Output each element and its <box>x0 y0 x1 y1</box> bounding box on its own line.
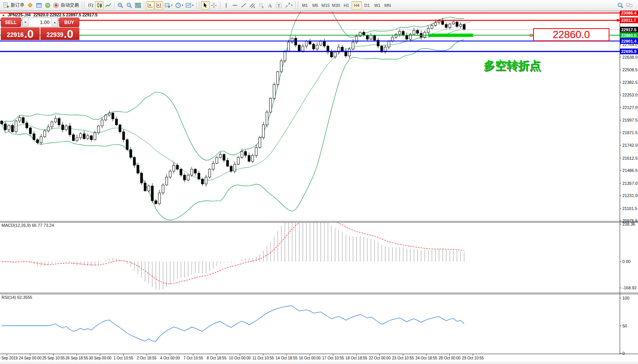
buy-price-pips: .0 <box>64 28 73 40</box>
vertical-line-button[interactable] <box>222 1 231 10</box>
toolbar-group-objects: ▾ ▾ ▾ <box>163 1 195 10</box>
chart-canvas[interactable]: 22764.022638.022508.522382.522253.022127… <box>0 0 638 364</box>
text-button[interactable]: A <box>266 1 275 10</box>
toolbar-group-trade: 新订单 自动交易 <box>2 1 80 10</box>
svg-text:14 Oct 18:55: 14 Oct 18:55 <box>276 356 298 360</box>
new-order-button[interactable]: 新订单 <box>2 1 26 10</box>
volume-decrease-button[interactable]: ▼ <box>22 18 29 27</box>
dropdown-caret[interactable]: ▾ <box>171 4 173 7</box>
fibonacci-button[interactable]: F <box>257 1 266 10</box>
svg-text:25 Sep 10:55: 25 Sep 10:55 <box>42 356 65 360</box>
timeframe-m30[interactable]: M30 <box>331 1 341 10</box>
svg-text:18 Oct 18:55: 18 Oct 18:55 <box>346 356 368 360</box>
text-label-icon: T <box>276 2 282 8</box>
svg-text:238.36: 238.36 <box>622 222 635 226</box>
equidistant-channel-button[interactable]: E <box>248 1 257 10</box>
candlestick-chart-button[interactable] <box>95 1 104 10</box>
zoom-out-button[interactable] <box>125 1 133 10</box>
macd-label: MACD(12,26,9) 66.77 73.24 <box>2 223 54 228</box>
signal-icon <box>45 2 51 8</box>
svg-text:17 Oct 10:55: 17 Oct 10:55 <box>322 356 344 360</box>
timeframe-label: M30 <box>332 3 340 8</box>
bar-chart-button[interactable] <box>86 1 95 10</box>
toolbar-group-chart-type <box>86 1 112 10</box>
timeframe-h1[interactable]: H1 <box>341 1 352 10</box>
search-button[interactable] <box>616 1 625 10</box>
svg-text:30 Sep 00:00: 30 Sep 00:00 <box>89 356 112 360</box>
zoom-in-icon <box>117 2 124 8</box>
arrows-button[interactable]: ▾ <box>283 1 294 10</box>
timeframe-label: M5 <box>312 3 318 8</box>
dropdown-caret[interactable]: ▾ <box>182 4 183 7</box>
vertical-line-icon <box>223 2 229 8</box>
tile-windows-button[interactable] <box>133 1 142 10</box>
toolbar-group-timeframes: M1 M5 M15 M30 H1 H4 D1 W1 MN <box>300 1 393 10</box>
line-chart-button[interactable] <box>104 1 112 10</box>
timeframe-label: M15 <box>321 3 329 8</box>
price-callout[interactable]: 22860.0 <box>533 28 609 41</box>
timeframe-m15[interactable]: M15 <box>320 1 331 10</box>
chart-window-icon <box>36 2 42 8</box>
dropdown-caret[interactable]: ▾ <box>291 4 293 7</box>
svg-text:E: E <box>254 6 255 8</box>
timeframe-m1[interactable]: M1 <box>300 1 310 10</box>
highlighter-button[interactable] <box>26 1 34 10</box>
periods-button[interactable]: ▾ <box>174 1 185 10</box>
svg-text:0: 0 <box>622 351 625 356</box>
crosshair-button[interactable] <box>210 1 219 10</box>
timeframe-w1[interactable]: W1 <box>372 1 382 10</box>
sell-price-pips: .0 <box>24 28 34 40</box>
dropdown-caret[interactable]: ▾ <box>192 4 194 7</box>
buy-price-main: 22939 <box>47 30 64 40</box>
sell-price-display[interactable]: 22916 .0 <box>1 27 40 40</box>
toolbar-separator <box>220 2 220 9</box>
timeframe-mn[interactable]: MN <box>382 1 393 10</box>
templates-button[interactable]: ▾ <box>184 1 195 10</box>
buy-price-display[interactable]: 22939 .0 <box>40 27 79 40</box>
svg-text:22860.0: 22860.0 <box>621 33 636 38</box>
collapse-icon[interactable]: ▲ <box>2 13 5 17</box>
svg-text:1 Oct 10:55: 1 Oct 10:55 <box>114 356 133 360</box>
svg-text:7 Oct 10:55: 7 Oct 10:55 <box>183 356 203 360</box>
indicators-button[interactable]: ▾ <box>163 1 174 10</box>
chart-window-button[interactable] <box>34 1 43 10</box>
svg-text:21486.5: 21486.5 <box>622 168 638 173</box>
auto-scroll-button[interactable] <box>146 1 154 10</box>
horizontal-line-button[interactable] <box>231 1 239 10</box>
timeframe-h4[interactable]: H4 <box>352 1 362 10</box>
cursor-button[interactable] <box>201 1 210 10</box>
svg-text:23086.4: 23086.4 <box>621 11 637 15</box>
chat-button[interactable] <box>625 1 634 10</box>
svg-text:22508.5: 22508.5 <box>622 67 638 72</box>
buy-button[interactable]: BUY <box>59 18 79 27</box>
text-label-button[interactable]: T <box>275 1 283 10</box>
toolbar-grip <box>297 2 298 9</box>
timeframe-m5[interactable]: M5 <box>310 1 320 10</box>
bar-chart-icon <box>88 2 94 8</box>
turning-point-note[interactable]: 多空转折点 <box>484 58 541 74</box>
toolbar-group-zoom <box>116 1 142 10</box>
zoom-in-button[interactable] <box>116 1 125 10</box>
signal-button[interactable] <box>43 1 52 10</box>
channel-icon: E <box>249 2 256 8</box>
chart-shift-button[interactable] <box>154 1 163 10</box>
svg-text:10 Oct 00:00: 10 Oct 00:00 <box>229 356 251 360</box>
svg-text:20 Sep 2019: 20 Sep 2019 <box>0 356 18 360</box>
svg-text:A: A <box>268 2 272 8</box>
svg-text:26 Sep 18:55: 26 Sep 18:55 <box>66 356 88 360</box>
svg-text:28 Oct 00:00: 28 Oct 00:00 <box>439 356 461 360</box>
toolbar-group-cursor <box>201 1 219 10</box>
crosshair-icon <box>211 2 217 8</box>
svg-text:24 Oct 18:55: 24 Oct 18:55 <box>415 356 437 360</box>
mt4-window: 新订单 自动交易 <box>0 0 638 364</box>
sell-button[interactable]: SELL <box>1 18 21 27</box>
svg-text:29 Oct 10:55: 29 Oct 10:55 <box>462 356 484 360</box>
volume-increase-button[interactable]: ▲ <box>51 18 58 27</box>
auto-trading-button[interactable]: 自动交易 <box>52 1 80 10</box>
indicators-add-icon <box>164 2 170 8</box>
trendline-button[interactable] <box>239 1 248 10</box>
svg-text:50: 50 <box>622 324 627 328</box>
timeframe-d1[interactable]: D1 <box>362 1 372 10</box>
volume-input[interactable] <box>29 18 51 27</box>
svg-text:22638.0: 22638.0 <box>622 55 638 59</box>
